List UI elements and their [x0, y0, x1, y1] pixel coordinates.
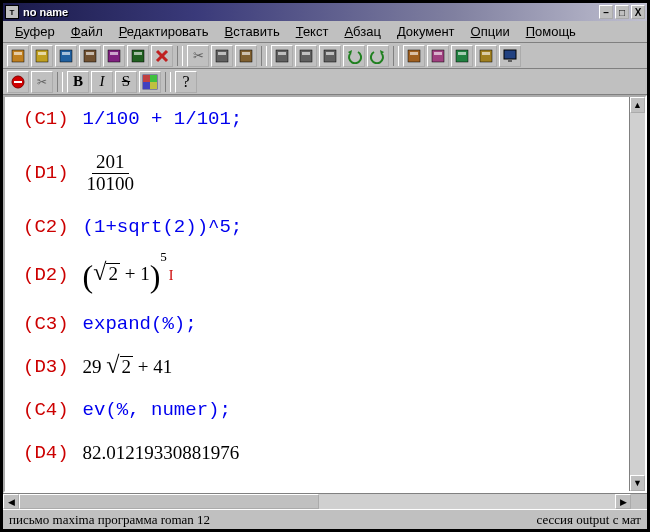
- svg-rect-20: [300, 50, 312, 62]
- svg-rect-28: [456, 50, 468, 62]
- print-icon[interactable]: [79, 45, 101, 67]
- menu-item-1[interactable]: Файл: [63, 22, 111, 41]
- menu-item-6[interactable]: Документ: [389, 22, 463, 41]
- document-view[interactable]: (C1)1/100 + 1/101;(D1)20110100(C2)(1+sqr…: [5, 97, 629, 491]
- vscroll-track[interactable]: [630, 113, 645, 475]
- svg-rect-26: [432, 50, 444, 62]
- menu-item-8[interactable]: Помощь: [518, 22, 584, 41]
- app-window: T no name – □ X БуферФайлРедактироватьВс…: [0, 0, 650, 532]
- svg-rect-33: [508, 60, 512, 62]
- italic-button[interactable]: I: [91, 71, 113, 93]
- grid-icon[interactable]: [139, 71, 161, 93]
- scissors-icon[interactable]: ✂: [31, 71, 53, 93]
- redo-icon[interactable]: [367, 45, 389, 67]
- menu-item-0[interactable]: Буфер: [7, 22, 63, 41]
- svg-rect-17: [242, 52, 250, 55]
- help-button[interactable]: ?: [175, 71, 197, 93]
- minimize-button[interactable]: –: [599, 5, 613, 19]
- brush-icon[interactable]: [451, 45, 473, 67]
- line-label: (D4): [23, 443, 69, 464]
- svg-rect-30: [480, 50, 492, 62]
- menubar: БуферФайлРедактироватьВставитьТекстАбзац…: [3, 21, 647, 43]
- paste-icon[interactable]: [235, 45, 257, 67]
- svg-rect-39: [143, 82, 150, 89]
- open-icon[interactable]: [31, 45, 53, 67]
- svg-rect-6: [84, 50, 96, 62]
- strike-button[interactable]: S: [115, 71, 137, 93]
- statusbar: письмо maxima программа roman 12 сессия …: [3, 509, 647, 529]
- doc-line-3: (D2)(√2 + 1)5I: [23, 260, 619, 292]
- maximize-button[interactable]: □: [615, 5, 629, 19]
- svg-rect-14: [216, 50, 228, 62]
- titlebar[interactable]: T no name – □ X: [3, 3, 647, 21]
- doc-line-5: (D3)29 √2 + 41: [23, 356, 619, 378]
- window-title: no name: [23, 6, 68, 18]
- art-icon[interactable]: [475, 45, 497, 67]
- find-next-icon[interactable]: [295, 45, 317, 67]
- scroll-up-button[interactable]: ▲: [630, 97, 645, 113]
- svg-rect-31: [482, 52, 490, 55]
- svg-rect-38: [150, 75, 157, 82]
- svg-rect-21: [302, 52, 310, 55]
- menu-item-3[interactable]: Вставить: [217, 22, 288, 41]
- monitor-icon[interactable]: [499, 45, 521, 67]
- vertical-scrollbar[interactable]: ▲ ▼: [629, 97, 645, 491]
- svg-rect-8: [108, 50, 120, 62]
- svg-rect-9: [110, 52, 118, 55]
- output-fraction: 20110100: [83, 152, 139, 195]
- cut-icon[interactable]: ✂: [187, 45, 209, 67]
- input-expr: ev(%, numer);: [83, 400, 231, 421]
- svg-rect-3: [38, 52, 46, 55]
- undo-icon[interactable]: [343, 45, 365, 67]
- hscroll-track[interactable]: [19, 494, 615, 509]
- wand-icon[interactable]: [403, 45, 425, 67]
- svg-rect-19: [278, 52, 286, 55]
- svg-rect-32: [504, 50, 516, 59]
- svg-rect-40: [150, 82, 157, 89]
- books2-icon[interactable]: [127, 45, 149, 67]
- close-button[interactable]: X: [631, 5, 645, 19]
- line-label: (C4): [23, 400, 69, 421]
- svg-rect-7: [86, 52, 94, 55]
- svg-rect-24: [408, 50, 420, 62]
- copy-icon[interactable]: [211, 45, 233, 67]
- hscroll-thumb[interactable]: [19, 494, 319, 509]
- doc-line-2: (C2)(1+sqrt(2))^5;: [23, 217, 619, 238]
- doc-line-6: (C4)ev(%, numer);: [23, 400, 619, 421]
- input-expr: expand(%);: [83, 314, 197, 335]
- scroll-down-button[interactable]: ▼: [630, 475, 645, 491]
- scroll-left-button[interactable]: ◀: [3, 494, 19, 509]
- new-doc-icon[interactable]: [7, 45, 29, 67]
- menu-item-2[interactable]: Редактировать: [111, 22, 217, 41]
- svg-rect-1: [14, 52, 22, 55]
- menu-item-5[interactable]: Абзац: [336, 22, 388, 41]
- delete-x-icon[interactable]: [151, 45, 173, 67]
- stop-button[interactable]: [7, 71, 29, 93]
- system-menu-icon[interactable]: T: [5, 5, 19, 19]
- toolbar-primary: ✂: [3, 43, 647, 69]
- line-label: (C2): [23, 217, 69, 238]
- svg-rect-18: [276, 50, 288, 62]
- doc-line-7: (D4)82.01219330881976: [23, 443, 619, 464]
- content-area: (C1)1/100 + 1/101;(D1)20110100(C2)(1+sqr…: [3, 95, 647, 493]
- replace-icon[interactable]: [319, 45, 341, 67]
- svg-rect-37: [143, 75, 150, 82]
- doc-line-1: (D1)20110100: [23, 152, 619, 195]
- svg-rect-5: [62, 52, 70, 55]
- bold-button[interactable]: B: [67, 71, 89, 93]
- find-icon[interactable]: [271, 45, 293, 67]
- output-expr: (√2 + 1)5I: [83, 260, 174, 292]
- svg-rect-25: [410, 52, 418, 55]
- line-label: (D3): [23, 357, 69, 378]
- menu-item-4[interactable]: Текст: [288, 22, 337, 41]
- horizontal-scrollbar[interactable]: ◀ ▶: [3, 493, 647, 509]
- scroll-right-button[interactable]: ▶: [615, 494, 631, 509]
- svg-rect-0: [12, 50, 24, 62]
- input-expr: (1+sqrt(2))^5;: [83, 217, 243, 238]
- palette-icon[interactable]: [427, 45, 449, 67]
- menu-item-7[interactable]: Опции: [463, 22, 518, 41]
- books1-icon[interactable]: [103, 45, 125, 67]
- save-icon[interactable]: [55, 45, 77, 67]
- toolbar-secondary: ✂ B I S ?: [3, 69, 647, 95]
- doc-line-4: (C3)expand(%);: [23, 314, 619, 335]
